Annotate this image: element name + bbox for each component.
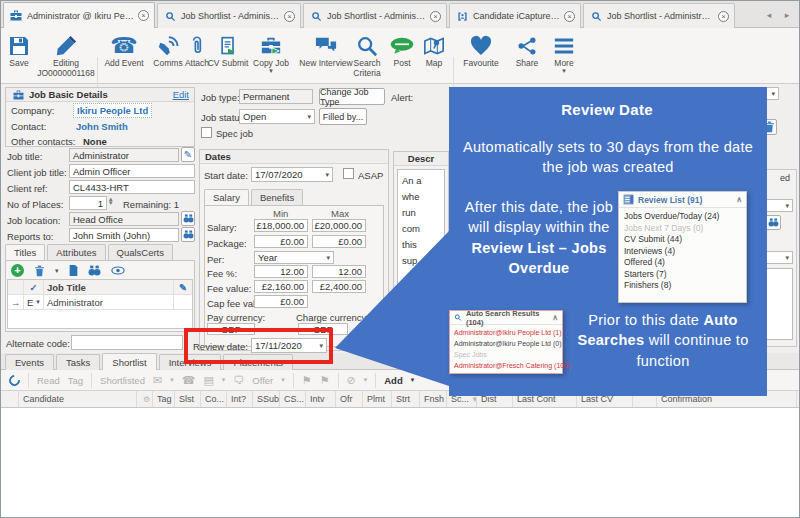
- column-header[interactable]: [633, 391, 657, 407]
- tab-scroll-left-icon[interactable]: ◂: [763, 9, 775, 21]
- titles-tab[interactable]: Attributes: [47, 244, 105, 260]
- read-button[interactable]: Read: [37, 375, 60, 386]
- alert-select[interactable]: [759, 87, 779, 100]
- description-textarea[interactable]: An awheruncomthissup: [397, 169, 445, 291]
- save-button[interactable]: Save: [3, 30, 35, 81]
- view-icon[interactable]: [111, 266, 125, 275]
- collapse-icon[interactable]: ∧: [736, 195, 742, 204]
- per-select[interactable]: Year: [254, 251, 334, 264]
- refresh-icon[interactable]: [7, 372, 22, 387]
- find-reports-to-button[interactable]: [181, 227, 195, 242]
- column-header[interactable]: Candidate: [19, 391, 137, 407]
- spec-job-checkbox[interactable]: [201, 127, 212, 138]
- job-title-row[interactable]: → E▾ Administrator: [8, 295, 192, 310]
- job-title-field[interactable]: Administrator: [69, 148, 179, 162]
- column-header[interactable]: Int?: [227, 391, 253, 407]
- tab-job-record[interactable]: Administrator @ Ikiru People Ltd ×: [3, 2, 155, 28]
- change-job-type-button[interactable]: Change Job Type: [319, 88, 385, 105]
- bottom-tab[interactable]: Tasks: [56, 354, 100, 370]
- comms-icon[interactable]: ✉: [153, 374, 162, 387]
- column-header[interactable]: Tag: [153, 391, 175, 407]
- column-header[interactable]: Confirmation: [657, 391, 797, 407]
- shortlisted-button[interactable]: Shortlisted: [100, 375, 145, 386]
- filled-by-button[interactable]: Filled by...: [319, 108, 367, 125]
- add-icon[interactable]: +: [11, 264, 24, 277]
- column-header[interactable]: Plmt: [363, 391, 392, 407]
- client-job-title-field[interactable]: Admin Officer: [69, 164, 195, 178]
- salary-tab[interactable]: Salary: [204, 189, 249, 205]
- bottom-tab[interactable]: Interviews: [159, 354, 222, 370]
- search-criteria-button[interactable]: Search Criteria: [347, 30, 387, 81]
- tab-job-shortlist-2[interactable]: Job Shortlist - Administrator @I... ×: [303, 3, 447, 28]
- close-icon[interactable]: ×: [284, 11, 295, 22]
- flag-icon[interactable]: ⚑: [320, 374, 330, 387]
- no-of-places-stepper[interactable]: 1: [69, 196, 107, 210]
- delete-alert-button[interactable]: [761, 119, 777, 135]
- block-icon[interactable]: ⊘: [347, 374, 356, 387]
- binoculars-icon[interactable]: [88, 265, 101, 276]
- contact-link[interactable]: John Smith: [76, 121, 128, 132]
- column-header[interactable]: ⚙: [137, 391, 153, 407]
- review-list-item[interactable]: CV Submit (44): [624, 234, 741, 246]
- package-min-field[interactable]: £0.00: [254, 235, 308, 248]
- review-list-item[interactable]: Offered (4): [624, 257, 741, 269]
- close-icon[interactable]: ×: [718, 11, 729, 22]
- chevron-down-icon[interactable]: ▾: [170, 376, 174, 384]
- find-location-button[interactable]: [181, 211, 195, 226]
- column-header[interactable]: SSub: [253, 391, 280, 407]
- chat-icon[interactable]: 🗨: [233, 374, 244, 386]
- column-header[interactable]: Slst: [175, 391, 201, 407]
- collapse-icon[interactable]: ∧: [552, 313, 558, 322]
- reports-to-field[interactable]: John Smith (John): [69, 228, 179, 242]
- column-header[interactable]: Fnsh: [420, 391, 447, 407]
- cv-submit-button[interactable]: CV Submit: [205, 30, 251, 81]
- fee-value-min-field[interactable]: £2,160.00: [254, 280, 308, 293]
- column-header[interactable]: CS...: [280, 391, 306, 407]
- close-icon[interactable]: ×: [564, 11, 575, 22]
- trash-icon[interactable]: [34, 265, 45, 277]
- tab-scroll-right-icon[interactable]: ▸: [781, 9, 793, 21]
- fee-value-max-field[interactable]: £2,400.00: [312, 280, 366, 293]
- close-icon[interactable]: ×: [138, 10, 149, 21]
- copy-job-button[interactable]: Copy Job ▾: [249, 30, 293, 81]
- stepper-arrows-icon[interactable]: ▴▾: [109, 197, 113, 205]
- column-header[interactable]: Last Cont: [513, 391, 577, 407]
- row-type-combo[interactable]: E▾: [24, 295, 44, 309]
- cap-fee-field[interactable]: £0.00: [254, 295, 308, 308]
- bottom-tab[interactable]: Events: [5, 354, 54, 370]
- job-title-column-header[interactable]: Job Title: [44, 280, 174, 294]
- share-button[interactable]: Share: [509, 30, 545, 81]
- salary-max-field[interactable]: £20,000.00: [312, 219, 366, 232]
- package-max-field[interactable]: £0.00: [312, 235, 366, 248]
- job-status-select[interactable]: Open: [239, 109, 315, 124]
- titles-tab[interactable]: Titles: [5, 244, 45, 260]
- map-button[interactable]: Map: [419, 30, 449, 81]
- start-date-picker[interactable]: 17/07/2020: [251, 167, 333, 182]
- favourite-button[interactable]: Favourite: [457, 30, 505, 81]
- post-button[interactable]: Post: [387, 30, 417, 81]
- fee-pct-max-field[interactable]: 12.00: [312, 265, 366, 278]
- edit-job-title-button[interactable]: ✎: [181, 147, 195, 162]
- right-panel-select[interactable]: [761, 199, 793, 212]
- column-header[interactable]: Strt: [392, 391, 420, 407]
- review-list-item[interactable]: Finishers (8): [624, 280, 741, 292]
- asap-checkbox[interactable]: [343, 168, 354, 179]
- auto-search-item[interactable]: Administrator@Ikiru People Ltd (0): [454, 338, 558, 349]
- tab-icapture-inbox[interactable]: Candidate iCapture - Inbox ×: [449, 3, 581, 28]
- chevron-down-icon[interactable]: ▾: [55, 269, 59, 273]
- column-header[interactable]: Sc...▼: [447, 391, 477, 407]
- tab-job-shortlist-3[interactable]: Job Shortlist - Administrator @... ×: [583, 3, 735, 28]
- column-header[interactable]: [1, 391, 19, 407]
- chevron-down-icon[interactable]: ▾: [364, 376, 368, 384]
- tag-button[interactable]: Tag: [68, 375, 83, 386]
- pay-currency-field[interactable]: GBP: [207, 323, 255, 335]
- chevron-down-icon[interactable]: ▾: [281, 376, 285, 384]
- add-button[interactable]: Add: [384, 375, 402, 386]
- document-icon[interactable]: ▤: [203, 374, 213, 387]
- add-alert-button[interactable]: +: [761, 102, 767, 116]
- bottom-tab[interactable]: Shortlist: [102, 353, 156, 370]
- offer-button[interactable]: Offer: [252, 375, 273, 386]
- fee-pct-min-field[interactable]: 12.00: [254, 265, 308, 278]
- job-location-field[interactable]: Head Office: [69, 212, 179, 226]
- more-button[interactable]: More ▾: [547, 30, 581, 81]
